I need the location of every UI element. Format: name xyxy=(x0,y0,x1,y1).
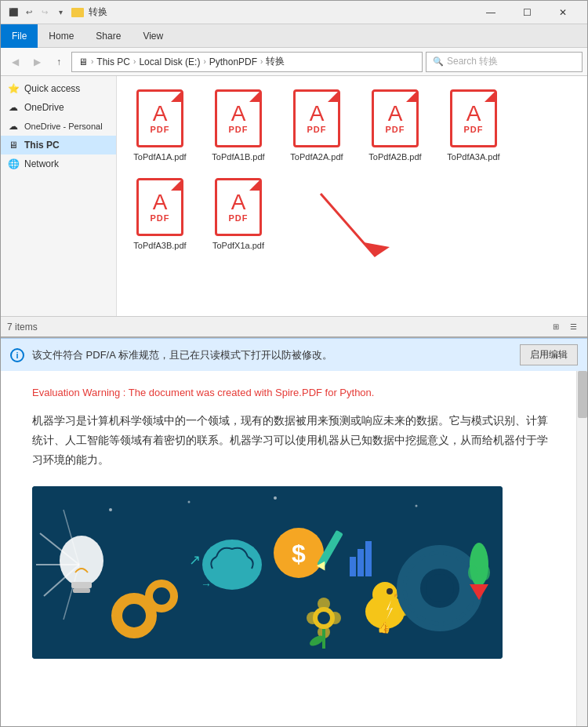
path-sep1: › xyxy=(91,57,93,66)
svg-rect-2 xyxy=(32,486,503,659)
pdf-icon-1: A PDF xyxy=(212,87,265,150)
svg-rect-9 xyxy=(71,582,92,588)
svg-point-30 xyxy=(307,612,319,624)
svg-point-36 xyxy=(372,582,397,607)
svg-point-32 xyxy=(318,612,330,624)
file-name-0: ToPdfA1A.pdf xyxy=(133,152,186,162)
svg-point-53 xyxy=(416,504,418,507)
path-part-3: PythonPDF xyxy=(209,56,257,67)
address-path[interactable]: 🖥 › This PC › Local Disk (E:) › PythonPD… xyxy=(71,52,423,72)
items-count: 7 items xyxy=(7,322,38,333)
sidebar-label-quick-access: Quick access xyxy=(24,83,80,94)
enable-edit-button[interactable]: 启用编辑 xyxy=(520,344,578,365)
svg-rect-10 xyxy=(73,588,90,593)
search-box[interactable]: 🔍 Search 转换 xyxy=(426,52,583,72)
eval-warning: Evaluation Warning : The document was cr… xyxy=(32,387,556,398)
cloud-icon-1: ☁ xyxy=(7,101,20,114)
svg-point-48 xyxy=(481,565,490,580)
large-icons-view[interactable]: ⊞ xyxy=(548,319,564,335)
details-view[interactable]: ☰ xyxy=(565,319,581,335)
svg-point-31 xyxy=(328,612,341,624)
sidebar-item-network[interactable]: 🌐 Network xyxy=(1,154,116,173)
view-tab[interactable]: View xyxy=(132,24,174,48)
explorer-section: ⬛ ↩ ↪ ▾ 转换 — ☐ ✕ File Home Share View xyxy=(1,1,587,338)
search-icon: 🔍 xyxy=(433,56,444,67)
address-bar: ◀ ▶ ↑ 🖥 › This PC › Local Disk (E:) › Py… xyxy=(1,48,587,76)
computer-icon: 🖥 xyxy=(7,139,20,151)
pdf-section: i 该文件符合 PDF/A 标准规范，且已在只读模式下打开以防被修改。 启用编辑… xyxy=(1,338,587,726)
home-tab[interactable]: Home xyxy=(38,24,85,48)
svg-point-15 xyxy=(156,591,167,602)
file-name-4: ToPdfA3A.pdf xyxy=(447,152,499,162)
file-item-5[interactable]: A PDF ToPdfA3B.pdf xyxy=(125,173,195,253)
svg-point-47 xyxy=(468,565,477,580)
status-bar: 7 items ⊞ ☰ xyxy=(1,316,587,336)
info-bar: i 该文件符合 PDF/A 标准规范，且已在只读模式下打开以防被修改。 启用编辑 xyxy=(1,338,587,371)
up-button[interactable]: ↑ xyxy=(49,53,68,71)
svg-text:👍: 👍 xyxy=(377,621,391,634)
file-item-6[interactable]: A PDF ToPdfX1a.pdf xyxy=(203,173,274,253)
pdf-viewer-content: Evaluation Warning : The document was cr… xyxy=(1,371,587,674)
star-icon: ⭐ xyxy=(7,82,20,95)
path-pc: 🖥 xyxy=(78,56,88,67)
search-placeholder: Search 转换 xyxy=(447,55,498,68)
path-part-1: This PC xyxy=(96,56,130,67)
file-name-5: ToPdfA3B.pdf xyxy=(133,241,186,250)
title-bar: ⬛ ↩ ↪ ▾ 转换 — ☐ ✕ xyxy=(1,1,587,24)
svg-point-12 xyxy=(126,608,142,623)
scrollbar-thumb[interactable] xyxy=(578,371,587,418)
forward-button[interactable]: ▶ xyxy=(27,53,46,71)
title-bar-controls: — ☐ ✕ xyxy=(473,1,581,24)
sidebar-label-onedrive: OneDrive xyxy=(24,102,64,113)
minimize-button[interactable]: — xyxy=(473,1,509,24)
pdf-icon-3: A PDF xyxy=(368,87,422,150)
share-tab[interactable]: Share xyxy=(85,24,132,48)
path-part-4: 转换 xyxy=(266,55,285,68)
folder-icon xyxy=(71,8,84,17)
sidebar-item-this-pc[interactable]: 🖥 This PC xyxy=(1,136,116,154)
svg-rect-25 xyxy=(358,549,364,576)
file-name-6: ToPdfX1a.pdf xyxy=(212,241,264,250)
undo-icon[interactable]: ↩ xyxy=(23,6,35,19)
close-button[interactable]: ✕ xyxy=(545,1,581,24)
file-tab[interactable]: File xyxy=(1,24,38,48)
scrollbar[interactable] xyxy=(576,371,587,726)
title-bar-icons: ⬛ ↩ ↪ ▾ xyxy=(7,6,67,19)
svg-point-8 xyxy=(60,536,103,586)
info-message: 该文件符合 PDF/A 标准规范，且已在只读模式下打开以防被修改。 xyxy=(32,348,512,362)
pdf-illustration: ↗ → $ xyxy=(32,486,503,659)
file-item-0[interactable]: A PDF ToPdfA1A.pdf xyxy=(125,84,195,165)
redo-icon[interactable]: ↪ xyxy=(38,6,51,19)
svg-rect-26 xyxy=(365,541,372,576)
quick-access-icon: ⬛ xyxy=(7,6,20,19)
svg-point-51 xyxy=(188,500,191,503)
sidebar-item-onedrive-personal[interactable]: ☁ OneDrive - Personal xyxy=(1,117,116,136)
pdf-icon-6: A PDF xyxy=(212,176,265,238)
file-item-1[interactable]: A PDF ToPdfA1B.pdf xyxy=(203,84,274,165)
svg-text:$: $ xyxy=(292,540,306,568)
svg-point-28 xyxy=(318,598,330,610)
file-item-4[interactable]: A PDF ToPdfA3A.pdf xyxy=(438,84,509,165)
sidebar-label-this-pc: This PC xyxy=(24,140,60,151)
down-icon[interactable]: ▾ xyxy=(54,6,67,19)
info-icon: i xyxy=(10,348,24,362)
network-icon: 🌐 xyxy=(7,158,20,170)
path-part-2: Local Disk (E:) xyxy=(139,56,200,67)
file-item-2[interactable]: A PDF ToPdfA2A.pdf xyxy=(281,84,352,165)
view-icons: ⊞ ☰ xyxy=(548,319,581,335)
sidebar-item-quick-access[interactable]: ⭐ Quick access xyxy=(1,79,116,98)
pdf-icon-4: A PDF xyxy=(447,87,500,150)
cloud-icon-2: ☁ xyxy=(7,120,20,133)
file-name-3: ToPdfA2B.pdf xyxy=(368,152,421,162)
file-item-3[interactable]: A PDF ToPdfA2B.pdf xyxy=(360,84,430,165)
sidebar: ⭐ Quick access ☁ OneDrive ☁ OneDrive - P… xyxy=(1,76,117,316)
pdf-icon-5: A PDF xyxy=(133,176,187,238)
back-button[interactable]: ◀ xyxy=(5,53,24,71)
sidebar-item-onedrive[interactable]: ☁ OneDrive xyxy=(1,98,116,117)
file-main: ⭐ Quick access ☁ OneDrive ☁ OneDrive - P… xyxy=(1,76,587,316)
maximize-button[interactable]: ☐ xyxy=(509,1,545,24)
pdf-icon-0: A PDF xyxy=(133,87,187,150)
window-title: 转换 xyxy=(89,5,107,19)
file-name-1: ToPdfA1B.pdf xyxy=(212,152,264,162)
file-grid: A PDF ToPdfA1A.pdf A PDF xyxy=(117,76,587,261)
